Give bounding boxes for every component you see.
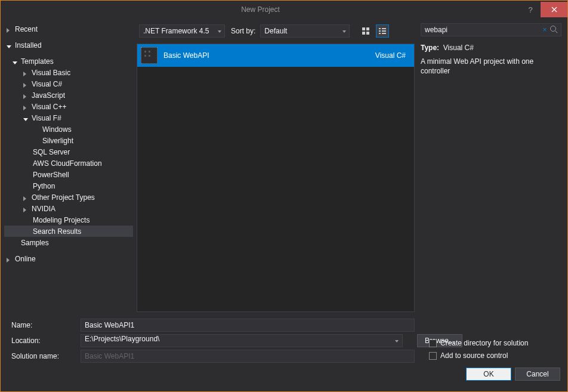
location-input[interactable]: E:\Projects\Playground\ bbox=[81, 334, 403, 347]
sidebar-item-visual-fsharp[interactable]: Visual F# bbox=[4, 112, 133, 124]
sidebar-item-silverlight[interactable]: Silverlight bbox=[4, 135, 133, 146]
sidebar-item-sql-server[interactable]: SQL Server bbox=[4, 146, 133, 158]
sidebar-online[interactable]: Online bbox=[4, 253, 133, 264]
template-name: Basic WebAPI bbox=[163, 51, 375, 60]
sidebar-item-nvidia[interactable]: NVIDIA bbox=[4, 203, 133, 214]
search-box[interactable]: × bbox=[421, 23, 561, 36]
detail-description: A minimal Web API project with one contr… bbox=[421, 57, 561, 76]
chevron-right-icon bbox=[23, 70, 29, 76]
cancel-button[interactable]: Cancel bbox=[515, 368, 560, 381]
svg-rect-5 bbox=[382, 28, 386, 29]
sidebar-item-other-types[interactable]: Other Project Types bbox=[4, 192, 133, 203]
center-panel: .NET Framework 4.5 Sort by: Default Basi… bbox=[137, 23, 415, 312]
chevron-right-icon bbox=[23, 195, 29, 200]
chevron-right-icon bbox=[23, 92, 29, 98]
sidebar-item-modeling[interactable]: Modeling Projects bbox=[4, 214, 133, 226]
chevron-right-icon bbox=[23, 81, 29, 87]
sidebar-item-visual-basic[interactable]: Visual Basic bbox=[4, 67, 133, 78]
right-panel: × Type: Visual C# A minimal Web API proj… bbox=[415, 23, 561, 312]
solution-name-input bbox=[81, 350, 415, 363]
grid-icon bbox=[362, 27, 369, 35]
create-directory-checkbox[interactable] bbox=[429, 339, 437, 347]
close-button[interactable] bbox=[541, 2, 567, 17]
chevron-down-icon bbox=[13, 58, 18, 64]
toolbar: .NET Framework 4.5 Sort by: Default bbox=[137, 23, 415, 39]
source-control-label: Add to source control bbox=[440, 351, 508, 360]
chevron-down-icon bbox=[23, 115, 29, 121]
location-label: Location: bbox=[11, 337, 81, 345]
template-language: Visual C# bbox=[375, 51, 406, 60]
main-area: Recent Installed Templates Visual Basic … bbox=[1, 18, 567, 312]
sidebar-templates[interactable]: Templates bbox=[4, 55, 133, 67]
name-input[interactable] bbox=[81, 319, 415, 332]
sidebar: Recent Installed Templates Visual Basic … bbox=[4, 23, 137, 312]
list-icon bbox=[379, 27, 386, 35]
detail-type: Type: Visual C# bbox=[421, 44, 561, 52]
sidebar-item-python[interactable]: Python bbox=[4, 180, 133, 192]
search-icon bbox=[550, 26, 558, 34]
svg-rect-2 bbox=[362, 32, 365, 35]
view-list-button[interactable] bbox=[376, 24, 389, 38]
chevron-right-icon bbox=[7, 256, 13, 262]
sidebar-item-aws-cloudformation[interactable]: AWS CloudFormation bbox=[4, 158, 133, 169]
bottom-panel: Name: Location: E:\Projects\Playground\ … bbox=[1, 312, 567, 387]
sort-by-label: Sort by: bbox=[231, 27, 255, 35]
sidebar-item-powershell[interactable]: PowerShell bbox=[4, 169, 133, 180]
titlebar: New Project ? bbox=[1, 1, 567, 18]
sidebar-item-visual-csharp[interactable]: Visual C# bbox=[4, 78, 133, 89]
sort-dropdown[interactable]: Default bbox=[260, 24, 350, 38]
template-icon bbox=[141, 47, 158, 64]
source-control-checkbox[interactable] bbox=[429, 352, 437, 360]
sidebar-item-windows[interactable]: Windows bbox=[4, 124, 133, 135]
sidebar-item-visual-cpp[interactable]: Visual C++ bbox=[4, 101, 133, 112]
svg-rect-7 bbox=[382, 30, 386, 32]
chevron-right-icon bbox=[7, 26, 13, 32]
svg-rect-6 bbox=[379, 30, 381, 32]
name-label: Name: bbox=[11, 321, 81, 329]
ok-button[interactable]: OK bbox=[466, 368, 511, 381]
svg-rect-3 bbox=[366, 32, 369, 35]
close-icon bbox=[551, 7, 557, 13]
svg-rect-9 bbox=[382, 33, 386, 34]
chevron-down-icon bbox=[7, 42, 13, 48]
svg-rect-4 bbox=[379, 28, 381, 29]
sidebar-samples[interactable]: Samples bbox=[4, 237, 133, 248]
svg-rect-1 bbox=[366, 27, 369, 30]
chevron-right-icon bbox=[23, 206, 29, 212]
search-input[interactable] bbox=[424, 26, 541, 34]
solution-name-label: Solution name: bbox=[11, 352, 81, 360]
template-list[interactable]: Basic WebAPI Visual C# bbox=[137, 44, 415, 312]
help-button[interactable]: ? bbox=[520, 2, 541, 17]
view-grid-button[interactable] bbox=[359, 24, 372, 38]
sidebar-item-search-results[interactable]: Search Results bbox=[4, 226, 133, 237]
template-item[interactable]: Basic WebAPI Visual C# bbox=[137, 44, 414, 67]
create-directory-label: Create directory for solution bbox=[440, 339, 528, 347]
window-title: New Project bbox=[1, 5, 520, 14]
svg-rect-0 bbox=[362, 27, 365, 30]
sidebar-recent[interactable]: Recent bbox=[4, 23, 133, 35]
svg-rect-8 bbox=[379, 33, 381, 34]
search-clear-button[interactable]: × bbox=[541, 26, 549, 34]
sidebar-installed[interactable]: Installed bbox=[4, 39, 133, 51]
chevron-right-icon bbox=[23, 104, 29, 110]
sidebar-item-javascript[interactable]: JavaScript bbox=[4, 89, 133, 101]
framework-dropdown[interactable]: .NET Framework 4.5 bbox=[139, 24, 225, 38]
